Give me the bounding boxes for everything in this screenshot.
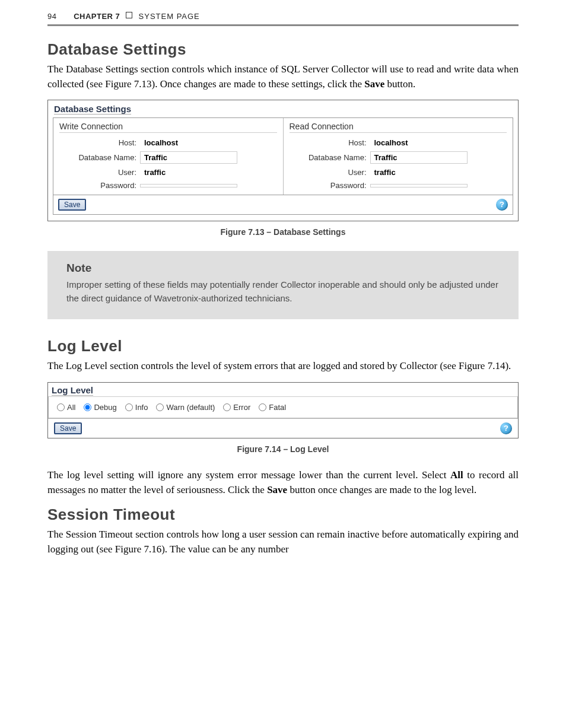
- heading-session-timeout: Session Timeout: [47, 506, 519, 524]
- write-dbname-input[interactable]: Traffic: [140, 151, 237, 164]
- radio-all-input[interactable]: [57, 403, 65, 411]
- db-para-bold: Save: [364, 78, 384, 90]
- write-dbname-label: Database Name:: [59, 153, 140, 162]
- write-user-label: User:: [59, 168, 140, 177]
- read-dbname-label: Database Name:: [290, 153, 370, 162]
- read-password-input[interactable]: [370, 184, 468, 187]
- log-p2b: All: [450, 469, 463, 481]
- log-level-panel: Log Level All Debug Info Warn (default) …: [47, 382, 519, 438]
- radio-fatal-label: Fatal: [269, 403, 286, 412]
- panel-title-database: Database Settings: [53, 104, 513, 116]
- radio-warn[interactable]: Warn (default): [156, 403, 215, 412]
- note-box: Note Improper setting of these fields ma…: [47, 251, 519, 319]
- db-save-button[interactable]: Save: [58, 199, 86, 211]
- read-connection-heading: Read Connection: [290, 122, 507, 133]
- log-level-radio-row: All Debug Info Warn (default) Error Fata…: [48, 396, 518, 418]
- radio-warn-input[interactable]: [156, 403, 164, 411]
- db-para-end: button.: [384, 78, 415, 90]
- heading-log-level: Log Level: [47, 337, 519, 355]
- write-host-label: Host:: [59, 138, 140, 147]
- read-user-label: User:: [290, 168, 370, 177]
- radio-debug[interactable]: Debug: [84, 403, 116, 412]
- note-title: Note: [66, 262, 500, 275]
- radio-warn-label: Warn (default): [166, 403, 215, 412]
- radio-all-label: All: [67, 403, 75, 412]
- note-body: Improper setting of these fields may pot…: [66, 278, 500, 305]
- radio-fatal-input[interactable]: [259, 403, 266, 411]
- panel-title-loglevel: Log Level: [48, 383, 518, 396]
- write-user-input[interactable]: traffic: [140, 166, 237, 179]
- log-p2e: button once changes are made to the log …: [287, 484, 476, 495]
- square-icon: [126, 12, 132, 18]
- log-paragraph-2: The log level setting will ignore any sy…: [47, 468, 519, 497]
- figure-caption-7-13: Figure 7.13 – Database Settings: [47, 227, 519, 237]
- read-host-label: Host:: [290, 138, 370, 147]
- radio-fatal[interactable]: Fatal: [259, 403, 286, 412]
- session-paragraph: The Session Timeout section controls how…: [47, 527, 519, 557]
- radio-all[interactable]: All: [57, 403, 75, 412]
- help-icon[interactable]: ?: [500, 422, 512, 434]
- write-connection-column: Write Connection Host: localhost Databas…: [53, 118, 283, 195]
- read-dbname-input[interactable]: Traffic: [370, 151, 468, 164]
- radio-info-label: Info: [135, 403, 148, 412]
- log-p2d: Save: [267, 484, 287, 495]
- read-user-input[interactable]: traffic: [370, 166, 468, 179]
- log-paragraph: The Log Level section controls the level…: [47, 359, 519, 374]
- help-icon[interactable]: ?: [496, 199, 508, 211]
- header-rule: [47, 24, 519, 26]
- radio-error-input[interactable]: [223, 403, 231, 411]
- log-p2a: The log level setting will ignore any sy…: [47, 469, 450, 481]
- read-host-input[interactable]: localhost: [370, 136, 468, 149]
- radio-info[interactable]: Info: [125, 403, 148, 412]
- read-password-label: Password:: [290, 181, 370, 190]
- running-header: 94 CHAPTER 7 SYSTEM PAGE: [47, 12, 519, 21]
- radio-error-label: Error: [233, 403, 250, 412]
- chapter-label: CHAPTER 7: [74, 12, 120, 21]
- radio-info-input[interactable]: [125, 403, 133, 411]
- log-save-button[interactable]: Save: [54, 422, 82, 434]
- section-label: SYSTEM PAGE: [139, 12, 200, 21]
- write-password-input[interactable]: [140, 184, 237, 187]
- heading-database-settings: Database Settings: [47, 40, 519, 59]
- page-number: 94: [47, 12, 71, 21]
- figure-caption-7-14: Figure 7.14 – Log Level: [47, 444, 519, 454]
- write-host-input[interactable]: localhost: [140, 136, 237, 149]
- write-connection-heading: Write Connection: [59, 122, 277, 133]
- read-connection-column: Read Connection Host: localhost Database…: [283, 118, 513, 195]
- database-settings-panel: Database Settings Write Connection Host:…: [47, 100, 519, 221]
- radio-error[interactable]: Error: [223, 403, 250, 412]
- radio-debug-label: Debug: [94, 403, 116, 412]
- radio-debug-input[interactable]: [84, 403, 91, 411]
- db-paragraph: The Database Settings section controls w…: [47, 62, 519, 91]
- write-password-label: Password:: [59, 181, 140, 190]
- db-para-text: The Database Settings section controls w…: [47, 63, 519, 90]
